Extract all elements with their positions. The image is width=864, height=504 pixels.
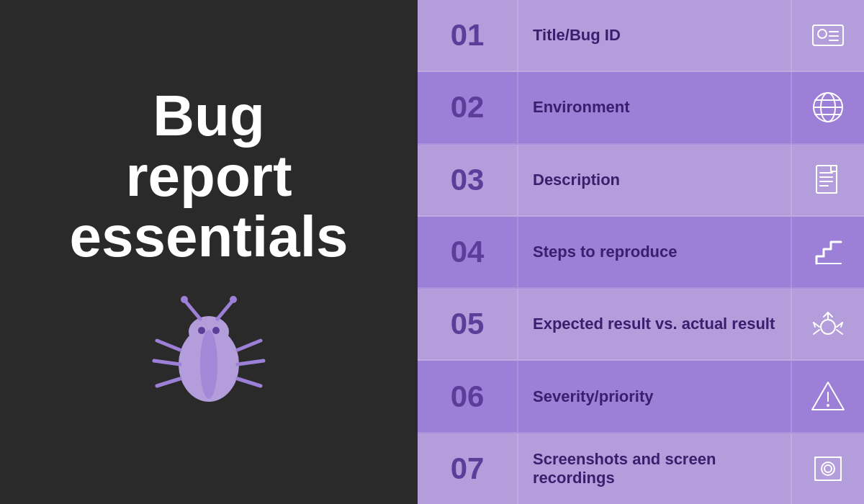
right-panel: 01 Title/Bug ID 02 Environment <box>418 0 864 504</box>
row-03: 03 Description <box>418 145 864 217</box>
warning-icon <box>792 361 864 431</box>
row-number-07: 07 <box>418 433 518 504</box>
svg-line-12 <box>238 379 261 386</box>
svg-line-40 <box>837 330 842 334</box>
globe-icon <box>792 72 864 143</box>
svg-rect-44 <box>815 457 841 480</box>
svg-point-2 <box>200 330 217 399</box>
row-label-03: Description <box>518 145 792 215</box>
svg-point-45 <box>822 462 834 475</box>
svg-line-39 <box>814 330 819 334</box>
row-number-05: 05 <box>418 289 518 359</box>
svg-line-3 <box>186 302 200 319</box>
svg-line-10 <box>238 341 261 350</box>
svg-line-8 <box>154 361 180 364</box>
row-label-06: Severity/priority <box>518 361 792 431</box>
compare-icon <box>792 289 864 359</box>
svg-point-46 <box>824 465 832 472</box>
svg-rect-25 <box>816 166 837 193</box>
bug-illustration <box>144 289 274 418</box>
svg-line-9 <box>157 379 180 386</box>
svg-line-11 <box>238 361 264 364</box>
svg-point-16 <box>818 30 827 38</box>
row-07: 07 Screenshots and screen recordings <box>418 433 864 504</box>
main-title: Bugreportessentials <box>70 86 348 267</box>
row-05: 05 Expected result vs. actual result <box>418 289 864 361</box>
screenshot-icon <box>792 433 864 504</box>
document-icon <box>792 145 864 215</box>
svg-line-7 <box>157 341 180 350</box>
row-02: 02 Environment <box>418 72 864 144</box>
svg-point-14 <box>212 327 220 334</box>
row-label-01: Title/Bug ID <box>518 0 792 71</box>
row-number-03: 03 <box>418 145 518 215</box>
row-label-05: Expected result vs. actual result <box>518 289 792 359</box>
svg-point-13 <box>198 327 205 334</box>
svg-line-5 <box>217 302 232 319</box>
id-card-icon <box>792 0 864 71</box>
row-label-02: Environment <box>518 72 792 143</box>
svg-point-43 <box>827 404 829 407</box>
steps-icon <box>792 217 864 287</box>
svg-point-31 <box>821 320 835 334</box>
row-06: 06 Severity/priority <box>418 361 864 433</box>
left-panel: Bugreportessentials <box>0 0 418 504</box>
svg-point-4 <box>181 296 188 303</box>
svg-point-6 <box>230 296 237 303</box>
row-number-01: 01 <box>418 0 518 71</box>
row-04: 04 Steps to reproduce <box>418 217 864 289</box>
row-number-02: 02 <box>418 72 518 143</box>
row-number-04: 04 <box>418 217 518 287</box>
row-label-04: Steps to reproduce <box>518 217 792 287</box>
row-label-07: Screenshots and screen recordings <box>518 433 792 504</box>
row-01: 01 Title/Bug ID <box>418 0 864 72</box>
row-number-06: 06 <box>418 361 518 431</box>
